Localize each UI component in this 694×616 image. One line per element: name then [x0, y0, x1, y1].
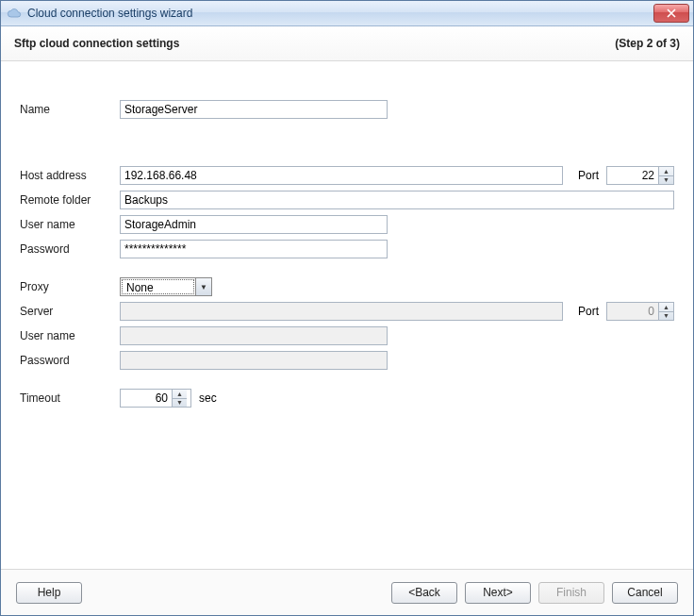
close-button[interactable]	[653, 4, 689, 23]
proxy-selected-value: None	[122, 279, 194, 294]
spin-up-icon[interactable]: ▲	[659, 167, 673, 176]
timeout-input[interactable]	[121, 390, 172, 407]
close-icon	[667, 8, 676, 18]
spinner-buttons[interactable]: ▲ ▼	[172, 390, 187, 407]
proxy-server-input	[120, 302, 563, 321]
host-input[interactable]	[120, 166, 563, 185]
timeout-spinner[interactable]: ▲ ▼	[120, 389, 191, 408]
back-button[interactable]: <Back	[391, 582, 457, 604]
proxy-port-input	[607, 303, 658, 320]
titlebar: Cloud connection settings wizard	[1, 1, 693, 26]
spin-down-icon[interactable]: ▼	[173, 399, 187, 408]
label-host-port: Port	[578, 169, 599, 182]
cloud-icon	[7, 6, 22, 21]
spinner-buttons[interactable]: ▲ ▼	[658, 167, 673, 184]
step-indicator: (Step 2 of 3)	[615, 37, 680, 50]
label-timeout: Timeout	[20, 391, 120, 405]
proxy-port-spinner: ▲ ▼	[606, 302, 674, 321]
window-title: Cloud connection settings wizard	[27, 7, 653, 20]
form-area: Name Host address Port ▲ ▼ Remote folder	[1, 61, 693, 569]
finish-button: Finish	[538, 582, 604, 604]
password-input[interactable]	[120, 240, 388, 258]
wizard-header: Sftp cloud connection settings (Step 2 o…	[1, 26, 693, 61]
help-button[interactable]: Help	[16, 582, 82, 604]
label-proxy: Proxy	[20, 280, 120, 293]
spinner-buttons: ▲ ▼	[658, 303, 673, 320]
username-input[interactable]	[120, 215, 388, 234]
label-proxy-password: Password	[20, 354, 120, 367]
label-proxy-server: Server	[20, 305, 120, 318]
spin-down-icon[interactable]: ▼	[659, 176, 673, 185]
spin-down-icon: ▼	[659, 312, 673, 321]
spin-up-icon: ▲	[659, 303, 673, 312]
host-port-input[interactable]	[607, 167, 658, 184]
remote-folder-input[interactable]	[120, 191, 674, 209]
name-input[interactable]	[120, 100, 388, 119]
spin-up-icon[interactable]: ▲	[173, 390, 187, 399]
label-remote-folder: Remote folder	[20, 193, 120, 207]
proxy-password-input	[120, 351, 388, 370]
wizard-window: Cloud connection settings wizard Sftp cl…	[0, 0, 694, 616]
next-button[interactable]: Next>	[465, 582, 531, 604]
host-port-spinner[interactable]: ▲ ▼	[606, 166, 674, 185]
page-subtitle: Sftp cloud connection settings	[14, 37, 179, 50]
proxy-username-input	[120, 326, 388, 345]
label-proxy-port: Port	[578, 305, 599, 318]
label-host: Host address	[20, 169, 120, 182]
proxy-dropdown[interactable]: None ▼	[120, 277, 212, 296]
label-password: Password	[20, 242, 120, 256]
label-sec: sec	[199, 391, 217, 405]
cancel-button[interactable]: Cancel	[612, 582, 678, 604]
label-username: User name	[20, 218, 120, 231]
footer: Help <Back Next> Finish Cancel	[1, 569, 693, 615]
label-name: Name	[20, 103, 120, 116]
label-proxy-username: User name	[20, 329, 120, 342]
chevron-down-icon[interactable]: ▼	[195, 278, 211, 295]
